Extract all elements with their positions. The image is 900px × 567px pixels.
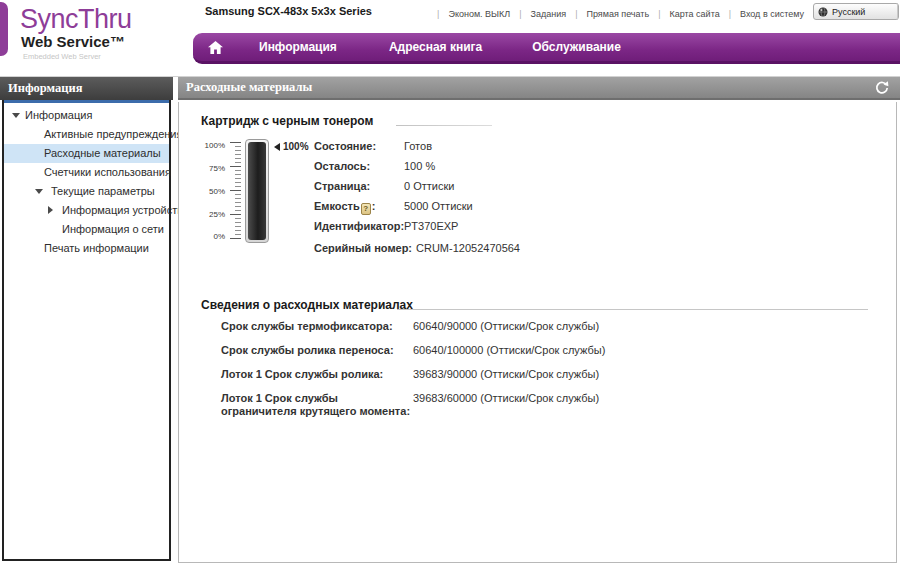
- home-icon[interactable]: [208, 41, 223, 54]
- sidebar-item-usage-counters[interactable]: Счетчики использования: [4, 163, 169, 182]
- supplies-rows: Срок службы термофиксатора: 60640/90000 …: [221, 320, 605, 429]
- sidebar-item-supplies[interactable]: Расходные материалы: [4, 144, 169, 163]
- link-separator: |: [437, 9, 439, 19]
- brand-pill: [0, 2, 8, 56]
- language-select[interactable]: Русский: [813, 3, 899, 20]
- sidebar-tree-panel: Информация Активные предупреждения Расхо…: [2, 100, 171, 561]
- supply-row-tray1-torque-limiter: Лоток 1 Срок службы ограничителя крутяще…: [221, 392, 605, 418]
- link-jobs[interactable]: Задания: [531, 9, 567, 19]
- toner-gauge: [245, 139, 269, 243]
- sidebar-item-network-information[interactable]: Информация о сети: [4, 220, 169, 239]
- gauge-tick-label: 25%: [203, 210, 225, 219]
- field-serial-number: Серийный номер: CRUM-12052470564: [314, 238, 520, 258]
- language-select-value: Русский: [832, 7, 865, 17]
- link-separator: |: [575, 9, 577, 19]
- globe-icon: [818, 7, 828, 17]
- link-site-map[interactable]: Карта сайта: [670, 9, 720, 19]
- link-direct-print[interactable]: Прямая печать: [586, 9, 649, 19]
- sidebar-item-current-settings[interactable]: Текущие параметры: [4, 182, 169, 201]
- link-login[interactable]: Вход в систему: [740, 9, 804, 19]
- field-pages: Страница: 0 Оттиски: [314, 176, 520, 196]
- link-separator: |: [729, 9, 731, 19]
- section-divider: [396, 125, 492, 126]
- link-separator: |: [658, 9, 660, 19]
- field-remaining: Осталось: 100 %: [314, 156, 520, 176]
- supplies-section-title: Сведения о расходных материалах: [201, 298, 413, 312]
- field-status: Состояние: Готов: [314, 136, 520, 156]
- supply-row-fuser: Срок службы термофиксатора: 60640/90000 …: [221, 320, 605, 333]
- sidebar-item-device-information[interactable]: Информация устройства: [4, 201, 169, 220]
- field-identifier: Идентификатор: PT370EXP: [314, 216, 520, 236]
- sidebar-header: Информация: [0, 77, 173, 100]
- logo-syncthru: SyncThru: [20, 4, 132, 35]
- link-separator: |: [519, 9, 521, 19]
- main-nav: Информация Адресная книга Обслуживание: [193, 33, 900, 64]
- expand-down-icon[interactable]: [12, 113, 20, 118]
- tab-address-book[interactable]: Адресная книга: [389, 40, 482, 54]
- supply-row-transfer-roller: Срок службы ролика переноса: 60640/10000…: [221, 344, 605, 357]
- content-header-bar: Расходные материалы: [178, 77, 900, 100]
- supply-row-tray1-roller: Лоток 1 Срок службы ролика: 39683/90000 …: [221, 368, 605, 381]
- sidebar-item-print-information[interactable]: Печать информации: [4, 239, 169, 258]
- section-divider: [397, 309, 868, 310]
- expand-down-icon[interactable]: [35, 189, 43, 194]
- sidebar-item-active-alerts[interactable]: Активные предупреждения: [4, 125, 169, 144]
- help-icon[interactable]: ?: [361, 203, 371, 215]
- logo-embedded-web-server: Embedded Web Server: [23, 52, 101, 61]
- refresh-icon[interactable]: [874, 80, 890, 96]
- content-panel: Картридж с черным тонером 100% 75% 50% 2…: [178, 102, 897, 563]
- gauge-tick-label: 50%: [203, 187, 225, 196]
- tab-information[interactable]: Информация: [259, 40, 337, 54]
- link-eco-off[interactable]: Эконом. ВЫКЛ: [448, 9, 510, 19]
- toner-gauge-fill: [248, 142, 266, 240]
- gauge-ruler: [229, 142, 241, 239]
- toner-section-title: Картридж с черным тонером: [201, 114, 373, 128]
- toner-level-marker: 100%: [274, 141, 309, 152]
- gauge-tick-label: 0%: [203, 232, 225, 241]
- field-capacity: Емкость?: 5000 Оттиски: [314, 196, 520, 216]
- level-pointer-icon: [274, 143, 280, 151]
- device-title: Samsung SCX-483x 5x3x Series: [205, 5, 372, 17]
- gauge-tick-label: 75%: [203, 164, 225, 173]
- toner-level-value: 100%: [283, 141, 309, 152]
- language-select-edge: [897, 3, 898, 20]
- top-links: | Эконом. ВЫКЛ | Задания | Прямая печать…: [437, 9, 804, 19]
- page-title: Расходные материалы: [186, 80, 312, 95]
- sidebar-item-information[interactable]: Информация: [4, 106, 169, 125]
- sidebar-title: Информация: [8, 81, 82, 96]
- gauge-tick-label: 100%: [203, 141, 225, 150]
- logo-web-service: Web Service™: [21, 33, 125, 50]
- expand-right-icon[interactable]: [48, 206, 53, 214]
- tab-maintenance[interactable]: Обслуживание: [532, 40, 621, 54]
- toner-fields: Состояние: Готов Осталось: 100 % Страниц…: [314, 136, 520, 258]
- sidebar-tree: Информация Активные предупреждения Расхо…: [4, 103, 169, 258]
